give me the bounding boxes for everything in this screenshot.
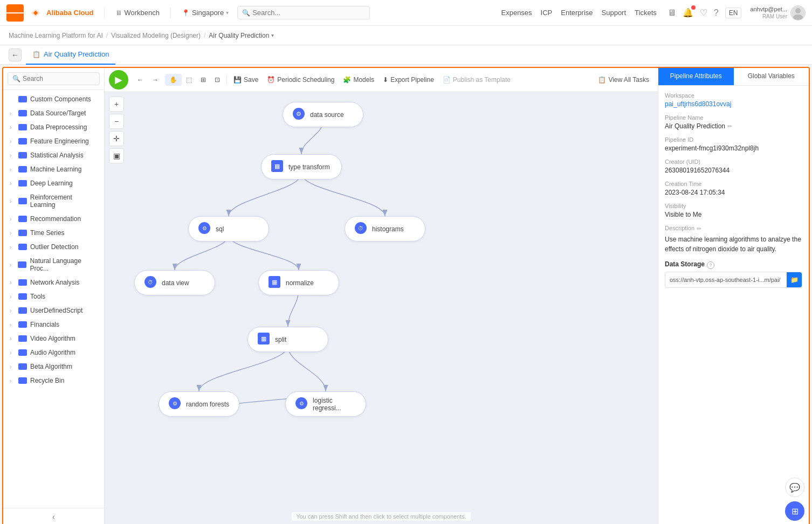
sidebar-item-beta_algorithm[interactable]: › Beta Algorithm [3, 360, 104, 374]
folder-icon [18, 377, 27, 384]
workbench-nav[interactable]: 🖥 Workbench [111, 6, 164, 19]
sidebar-item-video_algorithm[interactable]: › Video Algorithm [3, 332, 104, 346]
pipeline-node-data-source[interactable]: ⚙ data source [283, 102, 363, 127]
sidebar-item-deep_learning[interactable]: › Deep Learning [3, 176, 104, 190]
expenses-link[interactable]: Expenses [501, 9, 532, 17]
breadcrumb-item-1[interactable]: Machine Learning Platform for AI [9, 32, 103, 39]
tab-pipeline-attributes[interactable]: Pipeline Attributes [658, 68, 734, 85]
workspace-section: Workspace pai_uftjrhs6d8031ovvaj [665, 92, 802, 108]
sidebar-search-area: 🔍 [3, 68, 104, 90]
workspace-value[interactable]: pai_uftjrhs6d8031ovvaj [665, 100, 802, 108]
user-name: anhvtp@pet... [750, 5, 787, 13]
chevron-down-icon[interactable]: ▾ [271, 32, 274, 38]
monitor-icon[interactable]: 🖥 [668, 8, 676, 18]
hand-tool-button[interactable]: ✋ [165, 74, 182, 86]
sidebar-search-icon: 🔍 [12, 75, 20, 82]
node-icon: ⚙ [292, 107, 306, 122]
pipeline-node-type-transform[interactable]: ▦ type transform [261, 154, 342, 180]
grid-button[interactable]: ⊡ [210, 74, 224, 86]
export-button[interactable]: ⬇ Export Pipeline [379, 74, 438, 86]
sidebar-arrow-icon: › [10, 153, 15, 158]
sidebar-item-machine_learning[interactable]: › Machine Learning [3, 162, 104, 176]
sidebar-arrow-icon: › [10, 294, 15, 300]
data-storage-help-icon[interactable]: ? [707, 261, 714, 269]
sidebar-item-userdefinedscript[interactable]: › UserDefinedScript [3, 304, 104, 318]
data-storage-browse-button[interactable]: 📁 [787, 272, 802, 287]
save-button[interactable]: 💾 Save [229, 74, 263, 86]
back-button[interactable]: ← [9, 49, 22, 61]
scheduling-button[interactable]: ⏰ Periodic Scheduling [263, 74, 339, 86]
sidebar-item-statistical_analysis[interactable]: › Statistical Analysis [3, 148, 104, 162]
pipeline-node-split[interactable]: ▦ split [247, 327, 328, 352]
undo-button[interactable]: ← [133, 74, 148, 86]
visibility-value: Visible to Me [665, 211, 802, 218]
node-icon: ⏱ [354, 221, 368, 237]
breadcrumb-item-2[interactable]: Visualized Modeling (Designer) [111, 32, 201, 39]
region-nav[interactable]: 📍 Singapore ▾ [177, 6, 233, 19]
nav-divider-1 [104, 8, 105, 18]
help-icon[interactable]: ? [714, 8, 719, 18]
chevron-down-icon: ▾ [226, 10, 229, 16]
enterprise-link[interactable]: Enterprise [561, 9, 593, 17]
sidebar-item-custom_components[interactable]: Custom Components [3, 92, 104, 106]
node-label: data view [162, 279, 189, 287]
save-icon: 💾 [233, 76, 242, 84]
sidebar-item-recommendation[interactable]: › Recommendation [3, 212, 104, 226]
pipeline-node-data-view[interactable]: ⏱ data view [134, 270, 215, 295]
pipeline-name-edit-icon[interactable]: ✏ [727, 123, 732, 130]
sidebar-search-input[interactable] [23, 75, 95, 82]
tab-global-variables[interactable]: Global Variables [734, 68, 809, 85]
visibility-section: Visibility Visible to Me [665, 203, 802, 218]
description-section: Description ✏ Use machine learning algor… [665, 225, 802, 254]
sidebar-item-reinforcement_learning[interactable]: › Reinforcement Learning [3, 190, 104, 212]
hamburger-button[interactable] [6, 4, 24, 22]
right-panel-content: Workspace pai_uftjrhs6d8031ovvaj Pipelin… [658, 86, 809, 473]
top-search-bar[interactable]: 🔍 [237, 6, 370, 19]
sidebar-item-financials[interactable]: › Financials [3, 318, 104, 332]
sidebar-item-outlier_detection[interactable]: › Outlier Detection [3, 240, 104, 254]
sidebar-arrow-icon: › [10, 350, 15, 356]
sidebar-item-audio_algorithm[interactable]: › Audio Algorithm [3, 346, 104, 360]
publish-button[interactable]: 📄 Publish as Template [438, 74, 515, 86]
select-tool-button[interactable]: ⬚ [182, 74, 196, 86]
models-button[interactable]: 🧩 Models [339, 74, 379, 86]
sidebar-item-recycle_bin[interactable]: › Recycle Bin [3, 374, 104, 388]
sidebar-item-data_preprocessing[interactable]: › Data Preprocessing [3, 120, 104, 134]
sidebar-item-data_source_target[interactable]: › Data Source/Target [3, 106, 104, 120]
run-button[interactable]: ▶ [109, 70, 128, 89]
language-button[interactable]: EN [725, 8, 742, 18]
creation-time-section: Creation Time 2023-08-24 17:05:34 [665, 181, 802, 196]
notification-icon[interactable]: 🔔 [683, 8, 693, 18]
sidebar-collapse-button[interactable]: ‹ [3, 508, 104, 524]
component-grid-button[interactable]: ⊞ [785, 501, 804, 521]
sidebar-item-tools[interactable]: › Tools [3, 289, 104, 304]
pipeline-node-sql[interactable]: ⚙ sql [188, 216, 269, 242]
sidebar-item-natural_language_proc___[interactable]: › Natural Language Proc... [3, 254, 104, 275]
layout-button[interactable]: ⊞ [196, 74, 210, 86]
sidebar-search-wrapper[interactable]: 🔍 [8, 72, 100, 85]
pipeline-tab[interactable]: 📋 Air Quality Prediction [26, 45, 115, 65]
pipeline-node-normalize[interactable]: ▦ normalize [258, 270, 339, 295]
bookmark-icon[interactable]: ♡ [700, 8, 707, 18]
sidebar-item-network_analysis[interactable]: › Network Analysis [3, 275, 104, 289]
sidebar-item-label: Deep Learning [30, 180, 73, 187]
tickets-link[interactable]: Tickets [635, 9, 657, 17]
user-area[interactable]: anhvtp@pet... RAM User [750, 5, 806, 20]
sidebar-list: Custom Components › Data Source/Target ›… [3, 90, 104, 508]
description-edit-icon[interactable]: ✏ [697, 225, 701, 232]
pipeline-node-histograms[interactable]: ⏱ histograms [345, 216, 425, 242]
pipeline-node-logistic-regression[interactable]: ⚙ logistic regressi... [285, 391, 366, 417]
chat-button[interactable]: 💬 [785, 478, 804, 497]
view-all-tasks-button[interactable]: 📋 View All Tasks [594, 74, 653, 86]
top-search-input[interactable] [252, 9, 365, 17]
pipeline-node-random-forests[interactable]: ⚙ random forests [159, 391, 239, 417]
sidebar-item-feature_engineering[interactable]: › Feature Engineering [3, 134, 104, 148]
support-link[interactable]: Support [602, 9, 627, 17]
sidebar-arrow-icon: › [10, 181, 15, 187]
nav-divider-2 [170, 8, 171, 18]
redo-button[interactable]: → [148, 74, 163, 86]
sidebar-item-time_series[interactable]: › Time Series [3, 226, 104, 240]
sidebar-arrow-icon: › [10, 308, 15, 314]
icp-link[interactable]: ICP [541, 9, 553, 17]
models-icon: 🧩 [343, 76, 351, 84]
